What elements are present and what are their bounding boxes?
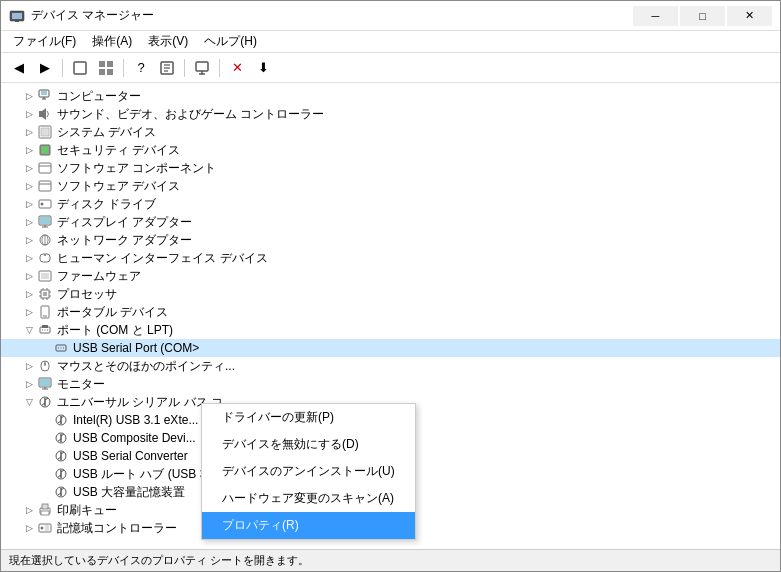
properties-button[interactable] xyxy=(155,57,179,79)
toolbar-sep-4 xyxy=(219,59,220,77)
context-menu-item-disable[interactable]: デバイスを無効にする(D) xyxy=(202,431,415,458)
expand-icon-disk: ▷ xyxy=(21,196,37,212)
usb-mass-icon xyxy=(53,484,69,500)
tree-item-hid[interactable]: ▷ ヒューマン インターフェイス デバイス xyxy=(1,249,780,267)
minimize-button[interactable]: ─ xyxy=(633,6,678,26)
tree-label-system: システム デバイス xyxy=(57,124,156,141)
tree-item-system[interactable]: ▷ システム デバイス xyxy=(1,123,780,141)
network-icon xyxy=(37,232,53,248)
tree-item-computer[interactable]: ▷ コンピューター xyxy=(1,87,780,105)
tree-label-display: ディスプレイ アダプター xyxy=(57,214,192,231)
tree-label-sound: サウンド、ビデオ、およびゲーム コントローラー xyxy=(57,106,324,123)
display-icon xyxy=(37,214,53,230)
tree-label-print: 印刷キュー xyxy=(57,502,117,519)
svg-rect-16 xyxy=(41,91,47,95)
expand-icon-computer: ▷ xyxy=(21,88,37,104)
svg-point-39 xyxy=(44,254,46,256)
tree-item-disk[interactable]: ▷ ディスク ドライブ xyxy=(1,195,780,213)
expand-icon-usb-mass xyxy=(37,484,53,500)
svg-rect-67 xyxy=(40,379,50,386)
svg-rect-24 xyxy=(42,147,48,153)
expand-icon-sw-comp: ▷ xyxy=(21,160,37,176)
expand-icon-mouse: ▷ xyxy=(21,358,37,374)
hid-icon xyxy=(37,250,53,266)
svg-point-98 xyxy=(41,527,44,530)
portable-icon xyxy=(37,304,53,320)
window-title: デバイス マネージャー xyxy=(31,7,154,24)
storage-icon xyxy=(37,520,53,536)
tree-item-sw-dev[interactable]: ▷ ソフトウェア デバイス xyxy=(1,177,780,195)
disk-icon xyxy=(37,196,53,212)
device-tree[interactable]: ▷ コンピューター ▷ サウンド、ビデオ、およびゲーム コントローラー ▷ シス… xyxy=(1,83,780,549)
tree-item-mouse[interactable]: ▷ マウスとそのほかのポインティ... xyxy=(1,357,780,375)
show-hide-button[interactable] xyxy=(68,57,92,79)
tree-item-network[interactable]: ▷ ネットワーク アダプター xyxy=(1,231,780,249)
usb-root-icon xyxy=(53,466,69,482)
tree-button[interactable] xyxy=(94,57,118,79)
computer-button[interactable] xyxy=(190,57,214,79)
expand-icon-sw-dev: ▷ xyxy=(21,178,37,194)
expand-icon-serial xyxy=(37,340,53,356)
svg-rect-1 xyxy=(12,13,22,19)
context-menu-item-properties[interactable]: プロパティ(R) xyxy=(202,512,415,539)
refresh-button[interactable]: ⬇ xyxy=(251,57,275,79)
svg-rect-12 xyxy=(196,62,208,71)
tree-item-security[interactable]: ▷ セキュリティ デバイス xyxy=(1,141,780,159)
tree-label-usb-serial-conv: USB Serial Converter xyxy=(73,449,188,463)
close-button[interactable]: ✕ xyxy=(727,6,772,26)
sound-icon xyxy=(37,106,53,122)
tree-item-display[interactable]: ▷ ディスプレイ アダプター xyxy=(1,213,780,231)
expand-icon-hid: ▷ xyxy=(21,250,37,266)
menu-action[interactable]: 操作(A) xyxy=(84,31,140,52)
tree-item-serial-port[interactable]: USB Serial Port (COM> xyxy=(1,339,780,357)
back-button[interactable]: ◀ xyxy=(7,57,31,79)
menu-view[interactable]: 表示(V) xyxy=(140,31,196,52)
expand-icon-processor: ▷ xyxy=(21,286,37,302)
expand-icon-print: ▷ xyxy=(21,502,37,518)
system-icon xyxy=(37,124,53,140)
svg-point-65 xyxy=(44,363,46,365)
context-menu-item-update-driver[interactable]: ドライバーの更新(P) xyxy=(202,404,415,431)
expand-icon-portable: ▷ xyxy=(21,304,37,320)
context-menu-item-scan[interactable]: ハードウェア変更のスキャン(A) xyxy=(202,485,415,512)
tree-item-ports[interactable]: ▽ ポート (COM と LPT) xyxy=(1,321,780,339)
menu-help[interactable]: ヘルプ(H) xyxy=(196,31,265,52)
context-menu-item-uninstall[interactable]: デバイスのアンインストール(U) xyxy=(202,458,415,485)
maximize-button[interactable]: □ xyxy=(680,6,725,26)
sw-dev-icon xyxy=(37,178,53,194)
tree-label-ports: ポート (COM と LPT) xyxy=(57,322,173,339)
tree-label-monitor: モニター xyxy=(57,376,105,393)
tree-label-mouse: マウスとそのほかのポインティ... xyxy=(57,358,235,375)
status-bar: 現在選択しているデバイスのプロパティ シートを開きます。 xyxy=(1,549,780,571)
window-controls: ─ □ ✕ xyxy=(633,6,772,26)
forward-button[interactable]: ▶ xyxy=(33,57,57,79)
tree-item-sw-comp[interactable]: ▷ ソフトウェア コンポーネント xyxy=(1,159,780,177)
tree-label-storage: 記憶域コントローラー xyxy=(57,520,177,537)
tree-item-firmware[interactable]: ▷ ファームウェア xyxy=(1,267,780,285)
title-bar-left: デバイス マネージャー xyxy=(9,7,154,24)
help-button[interactable]: ? xyxy=(129,57,153,79)
tree-item-processor[interactable]: ▷ プロセッサ xyxy=(1,285,780,303)
menu-file[interactable]: ファイル(F) xyxy=(5,31,84,52)
intel-usb-icon xyxy=(53,412,69,428)
tree-item-sound[interactable]: ▷ サウンド、ビデオ、およびゲーム コントローラー xyxy=(1,105,780,123)
svg-rect-7 xyxy=(107,69,113,75)
mouse-icon xyxy=(37,358,53,374)
monitor-icon xyxy=(37,376,53,392)
svg-rect-32 xyxy=(40,217,50,224)
usb-serial-conv-icon xyxy=(53,448,69,464)
tree-label-security: セキュリティ デバイス xyxy=(57,142,180,159)
tree-label-network: ネットワーク アダプター xyxy=(57,232,192,249)
delete-button[interactable]: ✕ xyxy=(225,57,249,79)
svg-rect-19 xyxy=(39,111,42,117)
tree-label-disk: ディスク ドライブ xyxy=(57,196,156,213)
tree-item-portable[interactable]: ▷ ポータブル デバイス xyxy=(1,303,780,321)
expand-icon-network: ▷ xyxy=(21,232,37,248)
tree-item-monitor[interactable]: ▷ モニター xyxy=(1,375,780,393)
tree-label-processor: プロセッサ xyxy=(57,286,117,303)
tree-label-portable: ポータブル デバイス xyxy=(57,304,168,321)
tree-label-serial-port: USB Serial Port (COM> xyxy=(73,341,199,355)
svg-rect-43 xyxy=(43,292,47,296)
tree-label-usb-root: USB ルート ハブ (USB 3... xyxy=(73,466,216,483)
ports-icon xyxy=(37,322,53,338)
